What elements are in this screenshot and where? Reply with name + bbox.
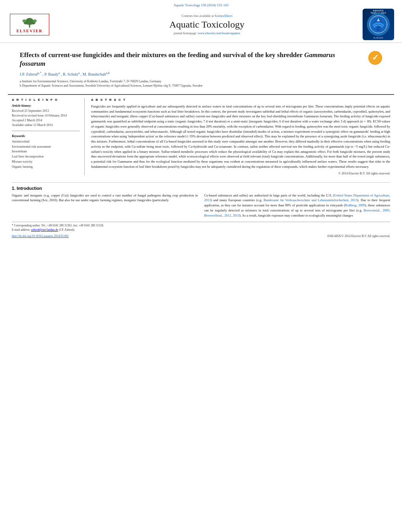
keyword-4: Leaf litter decomposition xyxy=(12,154,80,159)
journal-link-bar: Aquatic Toxicology 150 (2014) 133–143 xyxy=(8,3,394,7)
svg-point-4 xyxy=(22,19,26,22)
contents-line: Contents lists available at ScienceDirec… xyxy=(59,14,355,18)
homepage-label: journal homepage: xyxy=(173,32,197,35)
section-title: 1. Introduction xyxy=(12,186,390,191)
intro-columns: Organic and inorganic (e.g. copper (Cu))… xyxy=(12,193,390,218)
introduction-section: 1. Introduction Organic and inorganic (e… xyxy=(12,182,390,218)
keywords-label: Keywords: xyxy=(12,134,80,138)
logo-svg xyxy=(369,15,387,33)
copyright-line: © 2014 Elsevier B.V. All rights reserved… xyxy=(91,172,390,175)
header-content: ELSEVIER Contents lists available at Sci… xyxy=(8,9,394,40)
affiliation-b: b Department of Aquatic Sciences and Ass… xyxy=(20,83,382,88)
email-link[interactable]: zubrod@uni-landau.de xyxy=(31,228,58,232)
author1-sup: a,* xyxy=(37,71,41,75)
email-label: E-mail address: xyxy=(12,228,30,232)
authors-line: J.P. Zubroda,* , P. Baudya , R. Schulza … xyxy=(20,71,382,76)
author3-sup: a xyxy=(78,71,80,75)
homepage-link[interactable]: www.elsevier.com/locate/aquatox xyxy=(198,32,240,35)
page: Aquatic Toxicology 150 (2014) 133–143 EL… xyxy=(0,0,402,532)
crossmark-icon[interactable]: ✓ xyxy=(368,51,382,65)
elsevier-tree-icon xyxy=(20,16,39,28)
elsevier-text: ELSEVIER xyxy=(17,29,43,33)
journal-center: Contents lists available at ScienceDirec… xyxy=(51,14,363,35)
email-name: (J.P. Zubrod). xyxy=(59,228,75,232)
author3: , R. Schulz xyxy=(61,72,78,77)
article-title-text: Effects of current-use fungicides and th… xyxy=(20,51,304,59)
keyword-3: Invertebrate xyxy=(12,149,80,154)
article-title: Effects of current-use fungicides and th… xyxy=(20,51,368,68)
svg-text:✓: ✓ xyxy=(372,53,379,62)
keyword-2: Environmental risk assessment xyxy=(12,145,80,150)
abstract-column: A B S T R A C T Fungicides are frequentl… xyxy=(91,98,390,175)
intro-left-text: Organic and inorganic (e.g. copper (Cu))… xyxy=(12,193,198,203)
contents-text: Contents lists available at xyxy=(182,14,214,18)
keyword-1: Antimicrobial xyxy=(12,139,80,145)
accepted-date: Accepted 2 March 2014 xyxy=(12,118,80,123)
footer-bar: http://dx.doi.org/10.1016/j.aquatox.2014… xyxy=(12,234,390,238)
author4: , M. Bundschuh xyxy=(81,72,106,77)
doi-link[interactable]: http://dx.doi.org/10.1016/j.aquatox.2014… xyxy=(12,234,69,238)
abstract-header: A B S T R A C T xyxy=(91,98,390,102)
article-title-area: Effects of current-use fungicides and th… xyxy=(20,47,382,68)
issn-text: 0166-445X/© 2014 Elsevier B.V. All right… xyxy=(328,234,391,238)
journal-volume-link[interactable]: Aquatic Toxicology 150 (2014) 133–143 xyxy=(173,3,228,7)
section-number: 1. xyxy=(12,186,15,191)
svg-point-8 xyxy=(376,26,381,30)
homepage-line: journal homepage: www.elsevier.com/locat… xyxy=(59,32,355,35)
revised-date: Received in revised form 14 February 201… xyxy=(12,113,80,118)
affiliation-a: a Institute for Environmental Sciences, … xyxy=(20,79,382,83)
author1: J.P. Zubrod xyxy=(20,72,37,77)
footnote-area: * Corresponding author. Tel.: +49 6341 2… xyxy=(12,222,390,232)
bundesamt-link[interactable]: Bundesamt für Verbraucherschutz und Lebe… xyxy=(264,198,357,202)
author2-sup: a xyxy=(58,71,60,75)
logo-circle xyxy=(367,13,390,36)
article-info-column: A R T I C L E I N F O Article history: R… xyxy=(12,98,85,175)
journal-header: Aquatic Toxicology 150 (2014) 133–143 EL… xyxy=(0,0,402,43)
sciencedirect-link[interactable]: ScienceDirect xyxy=(215,14,233,18)
intro-right-col: Cu-based substances and sulfur) are auth… xyxy=(204,193,390,218)
journal-title: Aquatic Toxicology xyxy=(59,19,355,30)
svg-point-5 xyxy=(33,19,37,22)
intro-left-col: Organic and inorganic (e.g. copper (Cu))… xyxy=(12,193,198,218)
keyword-6: Organic farming xyxy=(12,165,80,170)
elsevier-logo: ELSEVIER xyxy=(8,14,51,35)
footnote-corresponding: * Corresponding author. Tel.: +49 6341 2… xyxy=(12,224,390,228)
abstract-text: Fungicides are frequently applied in agr… xyxy=(91,104,390,169)
keyword-5: Mixture toxicity xyxy=(12,159,80,165)
logo-bottom-text: ELSEVIER xyxy=(363,37,394,39)
rossberg-link[interactable]: Roßberg, 2009 xyxy=(345,203,365,207)
berezen-link[interactable]: Berezenetal., 2005; Bereswilletal., 2012… xyxy=(204,208,390,217)
intro-right-text: Cu-based substances and sulfur) are auth… xyxy=(204,193,390,218)
footnote-email: E-mail address: zubrod@uni-landau.de (J.… xyxy=(12,228,390,232)
article-info-header: A R T I C L E I N F O xyxy=(12,98,80,102)
author4-sup: a,b xyxy=(106,71,110,75)
divider xyxy=(12,131,80,131)
affiliations: a Institute for Environmental Sciences, … xyxy=(20,79,382,88)
online-date: Available online 12 March 2014 xyxy=(12,123,80,128)
aquatic-toxicology-logo: AQUATICTOXIcoLOGY ELSEVIER xyxy=(363,9,394,40)
author2: , P. Baudy xyxy=(43,72,59,77)
received-date: Received 25 September 2013 xyxy=(12,109,80,113)
article-history-label: Article history: xyxy=(12,104,80,108)
article-area: Effects of current-use fungicides and th… xyxy=(8,43,394,95)
section-name: Introduction xyxy=(17,186,42,191)
two-column-layout: A R T I C L E I N F O Article history: R… xyxy=(8,95,394,178)
elsevier-logo-box: ELSEVIER xyxy=(10,14,49,35)
